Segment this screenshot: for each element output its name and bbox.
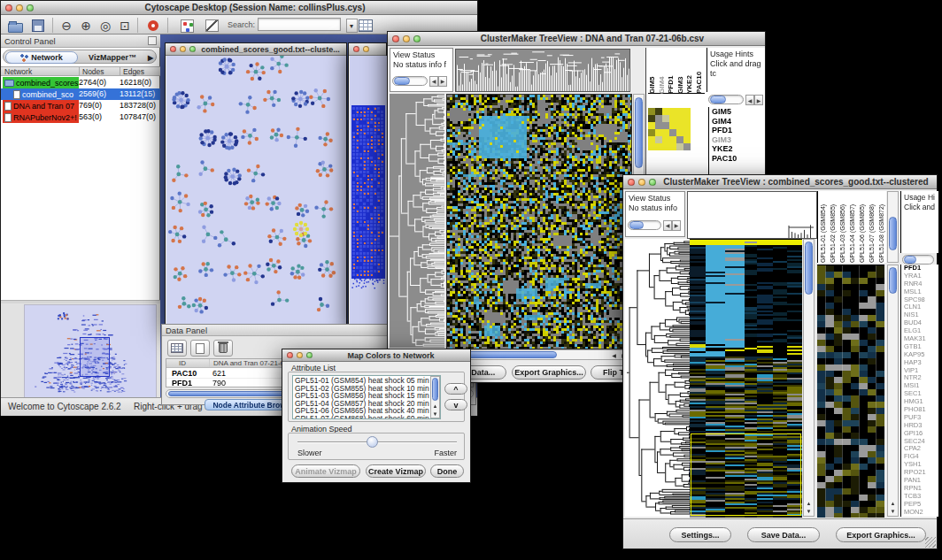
scrollbar-thumb[interactable] <box>889 267 897 294</box>
zoom-button[interactable] <box>189 46 196 52</box>
row-dendrogram[interactable] <box>625 239 690 517</box>
status-slider[interactable]: ◀▶ <box>392 76 449 87</box>
done-button[interactable]: Done <box>430 464 464 478</box>
settings-button[interactable]: Settings... <box>669 527 731 542</box>
zoom-button[interactable] <box>649 179 656 186</box>
matrix-row-label: PFD1 <box>712 126 765 135</box>
close-button[interactable] <box>628 179 635 186</box>
attribute-grid-icon[interactable] <box>167 340 187 357</box>
scroll-down-arrow[interactable]: ▼ <box>430 410 440 418</box>
col-edges[interactable]: Edges <box>120 67 144 76</box>
zoom-button[interactable] <box>306 352 313 358</box>
zoom-in-icon[interactable]: ⊕ <box>77 18 95 34</box>
vizmapper-icon[interactable] <box>178 18 196 34</box>
zoom-button[interactable] <box>27 4 34 12</box>
close-button[interactable] <box>287 352 293 358</box>
column-labels-scrollbar[interactable] <box>887 191 899 263</box>
save-data-button[interactable]: Save Data... <box>747 527 820 542</box>
zoom-button[interactable] <box>413 35 421 42</box>
move-down-button[interactable]: v <box>444 399 467 410</box>
status-slider[interactable]: ◀▶ <box>628 220 681 231</box>
tab-network[interactable]: Network <box>5 51 78 64</box>
map-dialog-titlebar[interactable]: Map Colors to Network <box>282 349 470 362</box>
scroll-down-arrow[interactable]: ▼ <box>888 508 898 515</box>
animate-vizmap-button[interactable]: Animate Vizmap <box>291 464 360 478</box>
tab-vizmapper[interactable]: VizMapper™ <box>81 51 143 64</box>
tab-overflow-arrow[interactable]: ▶ <box>145 51 156 64</box>
move-up-button[interactable]: ^ <box>444 383 467 395</box>
similarity-matrix[interactable] <box>648 108 691 150</box>
close-button[interactable] <box>170 46 176 52</box>
column-dendrogram[interactable] <box>455 49 630 92</box>
row-dendrogram[interactable] <box>390 94 444 348</box>
zoom-selected-icon[interactable]: ⊡ <box>116 18 134 34</box>
heatmap-vscrollbar[interactable]: ▲ ▼ <box>803 239 815 517</box>
matrix-cell <box>662 143 669 150</box>
matrix-cell <box>648 143 655 150</box>
export-graphics-button[interactable]: Export Graphics... <box>836 527 926 542</box>
resize-grip[interactable] <box>925 537 936 548</box>
gene-label[interactable]: MON2 <box>904 509 938 517</box>
network-canvas-2[interactable] <box>350 56 387 328</box>
scroll-up-arrow[interactable]: ▲ <box>804 500 814 507</box>
network-list-row[interactable]: RNAPuberNov2+!563(0)107847(0) <box>1 111 160 123</box>
close-button[interactable] <box>5 4 12 12</box>
create-vizmap-button[interactable]: Create Vizmap <box>366 464 426 478</box>
close-button[interactable] <box>353 46 359 52</box>
close-button[interactable] <box>392 35 399 42</box>
zoom-heatmap-canvas[interactable] <box>817 265 884 518</box>
network-list-row[interactable]: combined_sco2569(6)13112(15) <box>1 88 160 100</box>
value-column-header[interactable]: DNA and Tran 07-21-06 <box>209 359 289 367</box>
map-colors-dialog: Map Colors to Network Attribute List GPL… <box>282 349 471 483</box>
attribute-list[interactable]: GPL51-01 (GSM854) heat shock 05 minGPL51… <box>292 375 441 419</box>
network-canvas[interactable] <box>166 56 346 328</box>
search-input[interactable] <box>258 18 341 31</box>
scrollbar-thumb[interactable] <box>432 378 438 401</box>
treeview-combined-titlebar[interactable]: ClusterMaker TreeView : combined_scores_… <box>623 175 937 189</box>
open-folder-icon[interactable] <box>6 18 24 34</box>
delete-attribute-icon[interactable] <box>213 340 233 357</box>
heatmap-canvas[interactable] <box>690 239 802 518</box>
attribute-item[interactable]: GPL51-07 (GSM868) heat shock 60 min <box>295 415 438 419</box>
scroll-up-arrow[interactable]: ▲ <box>888 500 898 507</box>
col-nodes[interactable]: Nodes <box>79 67 104 76</box>
help-ring-icon[interactable] <box>144 18 162 34</box>
id-column-header[interactable]: ID <box>179 359 186 367</box>
attribute-list-scrollbar[interactable]: ▲ ▼ <box>430 376 440 418</box>
save-icon[interactable] <box>29 18 47 34</box>
slider-thumb[interactable] <box>367 436 378 448</box>
heatmap-canvas[interactable] <box>446 94 632 349</box>
matrix-cell <box>648 115 655 122</box>
scroll-down-arrow[interactable]: ▼ <box>804 508 814 515</box>
node-count: 769(0) <box>79 101 102 110</box>
scrollbar-thumb[interactable] <box>805 242 813 295</box>
minimize-button[interactable] <box>297 352 303 358</box>
new-attribute-icon[interactable] <box>190 340 210 357</box>
minimize-button[interactable] <box>638 179 645 186</box>
col-network[interactable]: Network <box>4 67 32 76</box>
scrollbar-thumb[interactable] <box>889 217 897 250</box>
zoom-fit-icon[interactable]: ◎ <box>97 18 114 34</box>
network-list-row[interactable]: combined_scores2764(0)16218(0) <box>1 77 160 88</box>
zoom-vscrollbar[interactable]: ▲ ▼ <box>887 265 899 517</box>
attribute-table-icon[interactable] <box>357 18 374 34</box>
minimize-button[interactable] <box>180 46 186 52</box>
minimize-button[interactable] <box>363 46 369 52</box>
scrollbar-thumb[interactable] <box>635 97 643 168</box>
network-list-row[interactable]: DNA and Tran 07769(0)183728(0) <box>1 100 160 111</box>
network-overview-canvas[interactable] <box>24 304 157 398</box>
scroll-up-arrow[interactable]: ▲ <box>430 403 440 410</box>
treeview-dna-titlebar[interactable]: ClusterMaker TreeView : DNA and Tran 07-… <box>388 32 765 46</box>
minimize-button[interactable] <box>403 35 410 42</box>
array-column-label: GPL51-02 (GSM855) <box>828 191 838 263</box>
export-graphics-button[interactable]: Export Graphics... <box>512 365 586 380</box>
network-view-titlebar[interactable]: combined_scores_good.txt--cluste... <box>166 43 346 56</box>
main-titlebar[interactable]: Cytoscape Desktop (Session Name: collins… <box>1 1 477 15</box>
network-view-2-titlebar[interactable] <box>349 43 386 56</box>
zoom-out-icon[interactable]: ⊖ <box>58 18 75 34</box>
scroll-left-arrow[interactable]: ◀ <box>609 352 619 359</box>
annotation-icon[interactable] <box>203 18 220 34</box>
usage-slider[interactable]: ◀▶ <box>708 95 765 105</box>
float-panel-icon[interactable] <box>148 36 157 45</box>
minimize-button[interactable] <box>16 4 23 12</box>
